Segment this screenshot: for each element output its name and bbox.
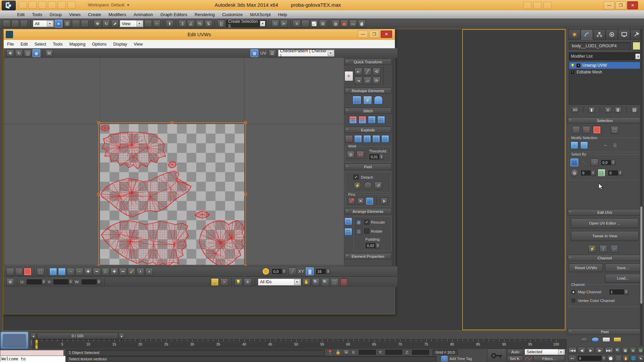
selection-filter-dropdown[interactable]: All▼ (33, 20, 54, 27)
loop-grow-icon[interactable]: ┅ (67, 268, 74, 276)
pack-normalize-icon[interactable] (344, 218, 352, 225)
grow-selection-icon[interactable]: ＋ (49, 268, 57, 276)
uv-edge-mode-icon[interactable]: ◁ (15, 268, 23, 276)
align-horizontal-icon[interactable]: ⇤ (355, 68, 362, 75)
rotate-icon[interactable]: ↻ (102, 20, 110, 27)
grow-icon[interactable]: ＋ (571, 141, 578, 149)
menu-graph-editors[interactable]: Graph Editors (157, 10, 191, 18)
uvw-menu-tools[interactable]: Tools (49, 40, 66, 48)
cp-peel-icon-2[interactable] (591, 337, 599, 342)
pan-hand-icon[interactable]: ✋ (303, 278, 310, 286)
ignore-backfacing-icon[interactable] (571, 159, 578, 166)
snap-magnet-icon[interactable]: Ω (340, 278, 348, 286)
tab-modify[interactable] (581, 29, 593, 40)
sel-element-icon[interactable]: ⬚ (611, 126, 619, 134)
move-icon[interactable]: ✥ (94, 20, 101, 27)
save-file-icon[interactable] (38, 1, 46, 9)
maxscript-mini-listener-white[interactable]: Welcome to (0, 356, 66, 362)
stack-item-editable-mesh[interactable]: +Editable Mesh (569, 69, 641, 75)
key-filters-button[interactable]: Filters... (533, 356, 565, 362)
matid-spinner[interactable]: 0▲▼ (581, 170, 595, 176)
planar-angle-spinner[interactable]: 0,0▲▼ (601, 160, 615, 166)
manipulate-icon[interactable]: ✛ (153, 20, 161, 27)
rotate-cw-icon[interactable]: ⟳ (373, 77, 380, 84)
render-frame-icon[interactable]: ▭ (349, 20, 357, 27)
soft-selection-icon[interactable] (262, 267, 270, 275)
relax-arch-icon[interactable] (374, 96, 383, 105)
peel-mode-icon[interactable] (364, 182, 372, 189)
rollout-selection[interactable]: –Selection (568, 117, 642, 124)
time-marker[interactable]: 0 (35, 340, 38, 349)
project-folder-icon[interactable] (67, 1, 75, 9)
soft-selection-value-spinner[interactable]: 0,0▲▼ (272, 268, 286, 275)
pin-stack-icon[interactable]: ⊷ (572, 107, 579, 113)
uvw-maximize-button[interactable]: ❐ (369, 31, 379, 38)
weld-threshold-spinner[interactable]: 0,01▲▼ (369, 154, 387, 160)
go-end-icon[interactable]: ▶▶| (605, 347, 613, 354)
zoom-inout-icon[interactable]: 🔍 (614, 347, 621, 354)
prev-frame-icon[interactable]: ◀| (578, 347, 586, 354)
target-weld-icon[interactable]: ◎ (347, 151, 355, 159)
menu-tools[interactable]: Tools (28, 10, 46, 18)
quick-planar-map-icon[interactable]: ⚡ (588, 245, 596, 253)
stitch-target-icon[interactable] (368, 116, 376, 124)
u-spinner[interactable]: ▲▼ (26, 279, 46, 285)
signin-icon[interactable] (533, 2, 541, 9)
loop-icon[interactable]: ┅ (601, 141, 609, 149)
uv-options-icon[interactable]: ☰ (268, 49, 276, 57)
rotate-ccw-icon[interactable]: ⟲ (373, 68, 380, 75)
uv-face-mode-icon[interactable] (24, 268, 32, 276)
menu-edit[interactable]: Edit (13, 10, 28, 18)
rollout-reshape-elements[interactable]: –Reshape Elements (344, 87, 391, 94)
pin-tool-icon[interactable]: 📌 (348, 198, 355, 204)
rollout-edit-uvs[interactable]: –Edit UVs (568, 209, 642, 216)
texture-dropdown[interactable]: CheckerPattern ( Checker )▼ (278, 50, 334, 57)
pivot-center-icon[interactable] (144, 20, 152, 27)
select-matid-icon[interactable]: ◍ (571, 169, 578, 177)
absolute-mode-icon[interactable]: ✛ (343, 350, 349, 355)
uv-vertex-mode-icon[interactable]: ∴ (6, 268, 14, 276)
zoom-extents-icon[interactable]: ⬚ (331, 278, 338, 286)
planar-preview-icon[interactable]: ↥ (599, 245, 607, 253)
highlight-bulb-icon[interactable]: 💡 (234, 278, 242, 286)
window-crossing-icon[interactable] (81, 20, 89, 27)
menu-maxscript[interactable]: MAXScript (247, 10, 274, 18)
vertex-color-radio[interactable] (571, 298, 576, 303)
isolate-selection-icon[interactable]: 📍 (327, 350, 333, 355)
time-slider[interactable]: ◂ 0 / 100 ▸ (30, 333, 125, 339)
shrink-selection-icon[interactable]: － (58, 268, 66, 276)
rollout-channel[interactable]: –Channel (568, 255, 642, 261)
ring-select-icon[interactable]: ☰ (102, 268, 109, 276)
close-button[interactable]: ✕ (627, 1, 638, 9)
break-icon[interactable]: V (345, 135, 353, 143)
maximize-button[interactable]: ❐ (615, 1, 626, 9)
uvw-menu-view[interactable]: View (130, 40, 146, 48)
schematic-icon[interactable]: ⊞ (319, 20, 327, 27)
mirror-icon[interactable]: M (271, 20, 279, 27)
set-keys-button[interactable] (487, 349, 506, 362)
shrink-icon[interactable]: － (580, 141, 588, 149)
show-map-icon[interactable]: ▦ (251, 49, 258, 57)
explode-face-icon[interactable] (372, 135, 380, 143)
uv-freeform-icon[interactable]: ▣ (33, 49, 40, 57)
tab-display[interactable] (618, 29, 630, 40)
detach-checkbox[interactable]: ✓ (354, 175, 359, 180)
command-panel-scrollbar[interactable] (640, 29, 643, 346)
undo-icon[interactable] (48, 1, 56, 9)
object-name-field[interactable]: body__LOD1_GROUP4 (569, 42, 631, 50)
paint-enlarge-icon[interactable]: ◗ (137, 268, 144, 276)
help-icon[interactable] (543, 2, 551, 9)
explode-element-icon[interactable] (381, 135, 389, 143)
planar-align-icon[interactable]: ⬈ (610, 245, 618, 253)
y-field[interactable] (385, 349, 403, 355)
z-field[interactable] (412, 349, 430, 355)
render-production-icon[interactable]: 🍵 (358, 20, 366, 27)
brush-size-spinner[interactable]: 16▲▼ (316, 268, 330, 275)
load-uvs-button[interactable]: Load... (605, 274, 641, 283)
stack-item-unwrap-uvw[interactable]: 💡+Unwrap UVW (569, 62, 641, 69)
tab-motion[interactable] (605, 29, 618, 40)
relax-fast-icon[interactable]: ⚡ (363, 96, 372, 105)
select-and-link-icon[interactable] (3, 20, 10, 27)
open-uv-editor-button[interactable]: Open UV Editor ... (571, 218, 639, 228)
rollout-peel[interactable]: –Peel (344, 164, 391, 170)
